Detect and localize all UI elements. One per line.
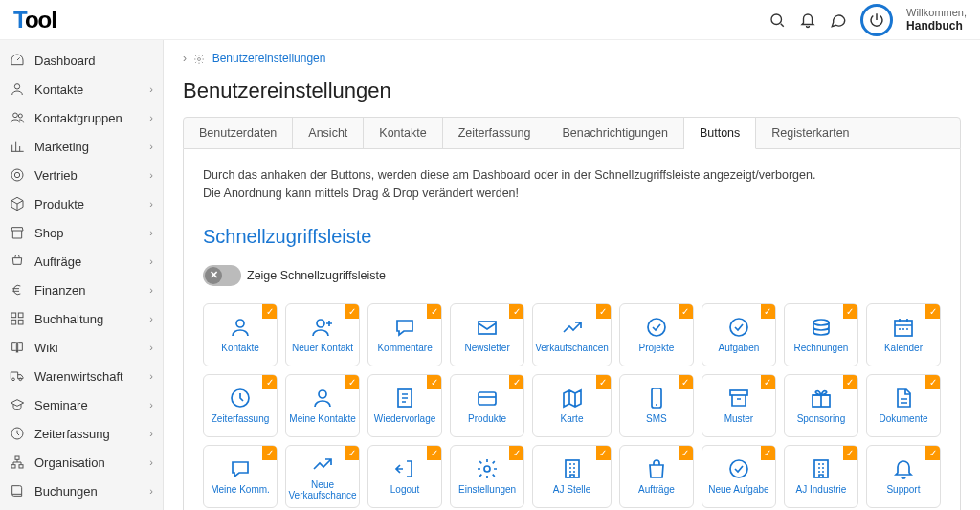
- grid-icon: [10, 311, 25, 326]
- check-badge-icon: [679, 446, 693, 460]
- topbar: Tool Willkommen,Handbuch: [0, 0, 980, 40]
- card-rechnungen[interactable]: Rechnungen: [784, 303, 858, 366]
- sidebar-item-marketing[interactable]: Marketing›: [0, 132, 163, 161]
- sidebar-item-label: Kontaktgruppen: [34, 111, 149, 125]
- check-badge-icon: [843, 375, 858, 389]
- card-neue-verkaufschance[interactable]: Neue Verkaufschance: [285, 445, 360, 508]
- coins-icon: [810, 316, 833, 339]
- box-icon: [10, 196, 25, 211]
- card-kommentare[interactable]: Kommentare: [368, 303, 442, 366]
- trend-icon: [561, 316, 584, 339]
- card-aufgaben[interactable]: Aufgaben: [702, 303, 776, 366]
- check-badge-icon: [843, 304, 858, 319]
- breadcrumb-link[interactable]: Benutzereinstellungen: [212, 52, 326, 65]
- card-zeiterfassung[interactable]: Zeiterfassung: [203, 374, 278, 437]
- card-dokumente[interactable]: Dokumente: [866, 374, 941, 437]
- chat-icon[interactable]: [830, 11, 847, 29]
- toggle-quickaccess[interactable]: ✕: [203, 265, 241, 286]
- toggle-label: Zeige Schnellzugriffsleiste: [247, 269, 386, 282]
- breadcrumb: › Benutzereinstellungen: [183, 52, 961, 65]
- tab-benachrichtigungen[interactable]: Benachrichtigungen: [546, 118, 684, 148]
- sidebar-item-dashboard[interactable]: Dashboard: [0, 46, 163, 75]
- card-newsletter[interactable]: Newsletter: [450, 303, 524, 366]
- check-badge-icon: [509, 375, 523, 389]
- tabs: BenutzerdatenAnsichtKontakteZeiterfassun…: [183, 117, 961, 149]
- card-neuer-kontakt[interactable]: Neuer Kontakt: [285, 303, 360, 366]
- card-icon: [476, 387, 499, 410]
- trend-icon: [311, 453, 334, 476]
- check-badge-icon: [262, 375, 277, 389]
- sidebar-item-finanzen[interactable]: Finanzen›: [0, 276, 163, 304]
- sidebar-item-vertrieb[interactable]: Vertrieb›: [0, 161, 163, 189]
- sidebar-item-kontakte[interactable]: Kontakte›: [0, 75, 163, 103]
- sidebar-item-label: Shop: [34, 226, 149, 240]
- card-label: Dokumente: [879, 413, 927, 424]
- sidebar-item-shop[interactable]: Shop›: [0, 218, 163, 247]
- card-verkaufschancen[interactable]: Verkaufschancen: [532, 303, 612, 366]
- card-muster[interactable]: Muster: [702, 374, 776, 437]
- tab-kontakte[interactable]: Kontakte: [364, 118, 442, 148]
- card-sms[interactable]: SMS: [619, 374, 694, 437]
- sidebar-item-organisation[interactable]: Organisation›: [0, 448, 163, 477]
- tab-panel: Durch das anhaken der Buttons, werden di…: [183, 149, 961, 510]
- chevron-right-icon: ›: [149, 428, 153, 439]
- check-badge-icon: [262, 446, 277, 460]
- target-icon: [10, 167, 25, 183]
- bell-icon[interactable]: [799, 11, 816, 29]
- sidebar-item-zertifikate[interactable]: Zertifikate›: [0, 505, 163, 510]
- card-kalender[interactable]: Kalender: [866, 303, 941, 366]
- clock-icon: [10, 426, 25, 441]
- card-aj-stelle[interactable]: AJ Stelle: [532, 445, 612, 508]
- card-auftr-ge[interactable]: Aufträge: [619, 445, 694, 508]
- chevron-right-icon: ›: [149, 169, 153, 181]
- sidebar-item-kontaktgruppen[interactable]: Kontaktgruppen›: [0, 103, 163, 132]
- tab-zeiterfassung[interactable]: Zeiterfassung: [443, 118, 547, 148]
- tab-buttons[interactable]: Buttons: [684, 118, 756, 149]
- sidebar-item-seminare[interactable]: Seminare›: [0, 390, 163, 419]
- shop-icon: [10, 225, 25, 240]
- building-icon: [810, 457, 833, 480]
- wiki-icon: [10, 340, 25, 355]
- sidebar-item-zeiterfassung[interactable]: Zeiterfassung›: [0, 419, 163, 448]
- sidebar-item-aufträge[interactable]: Aufträge›: [0, 247, 163, 276]
- search-icon[interactable]: [768, 11, 786, 29]
- gift-icon: [810, 387, 833, 410]
- bell-icon: [892, 457, 915, 480]
- card-neue-aufgabe[interactable]: Neue Aufgabe: [702, 445, 776, 508]
- sidebar-item-label: Produkte: [34, 197, 149, 211]
- chevron-right-icon: ›: [149, 456, 153, 468]
- note-icon: [393, 387, 416, 410]
- clock-icon: [229, 387, 252, 410]
- card-label: Newsletter: [464, 343, 509, 353]
- tab-registerkarten[interactable]: Registerkarten: [756, 118, 864, 148]
- card-label: Verkaufschancen: [535, 343, 609, 353]
- card-karte[interactable]: Karte: [532, 374, 612, 437]
- sidebar-item-buchhaltung[interactable]: Buchhaltung›: [0, 304, 163, 333]
- card-logout[interactable]: Logout: [368, 445, 442, 508]
- sidebar-item-warenwirtschaft[interactable]: Warenwirtschaft›: [0, 362, 163, 390]
- check-badge-icon: [596, 446, 611, 460]
- chevron-right-icon: ›: [149, 255, 153, 267]
- chart-icon: [10, 139, 25, 154]
- sidebar-item-wiki[interactable]: Wiki›: [0, 333, 163, 362]
- card-label: Projekte: [639, 343, 675, 353]
- card-projekte[interactable]: Projekte: [619, 303, 694, 366]
- tab-ansicht[interactable]: Ansicht: [293, 118, 364, 148]
- sidebar-item-produkte[interactable]: Produkte›: [0, 189, 163, 218]
- card-kontakte[interactable]: Kontakte: [203, 303, 278, 366]
- card-produkte[interactable]: Produkte: [450, 374, 524, 437]
- sidebar-item-buchungen[interactable]: Buchungen›: [0, 477, 163, 505]
- check-badge-icon: [761, 446, 775, 460]
- card-sponsoring[interactable]: Sponsoring: [784, 374, 858, 437]
- card-label: Rechnungen: [794, 343, 849, 353]
- card-aj-industrie[interactable]: AJ Industrie: [784, 445, 858, 508]
- card-einstellungen[interactable]: Einstellungen: [450, 445, 524, 508]
- avatar[interactable]: [860, 4, 893, 36]
- card-meine-kontakte[interactable]: Meine Kontakte: [285, 374, 360, 437]
- card-support[interactable]: Support: [866, 445, 941, 508]
- check-badge-icon: [427, 375, 441, 389]
- card-wiedervorlage[interactable]: Wiedervorlage: [368, 374, 442, 437]
- tab-benutzerdaten[interactable]: Benutzerdaten: [184, 118, 293, 148]
- logo[interactable]: Tool: [13, 7, 56, 33]
- card-meine-komm-[interactable]: Meine Komm.: [203, 445, 278, 508]
